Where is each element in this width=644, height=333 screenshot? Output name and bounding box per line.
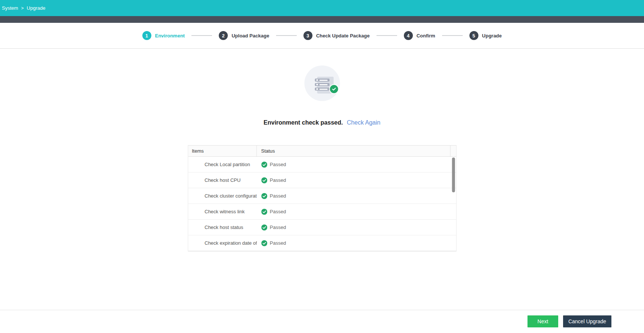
check-again-link[interactable]: Check Again [347, 119, 381, 126]
status-label: Passed [270, 162, 286, 167]
table-row: Check expiration date of... Passed [188, 235, 456, 251]
next-button[interactable]: Next [527, 315, 558, 327]
result-headline: Environment check passed. Check Again [0, 119, 644, 126]
check-circle-icon [261, 193, 267, 199]
check-item-label: Check Local partition [188, 162, 257, 167]
status-cell: Passed [257, 162, 456, 168]
table-scrollbar[interactable] [452, 158, 455, 192]
step-number-badge: 1 [142, 31, 151, 40]
step-label: Check Update Package [316, 33, 370, 39]
success-check-badge-icon [329, 84, 339, 94]
column-header-items: Items [188, 146, 257, 156]
step-environment: 1 Environment [142, 31, 185, 40]
table-row: Check cluster configurat... Passed [188, 188, 456, 204]
check-item-label: Check witness link [188, 209, 257, 214]
check-circle-icon [261, 240, 267, 246]
upgrade-wizard-screen: System > Upgrade 1 Environment 2 Upload … [0, 0, 644, 333]
check-circle-icon [261, 209, 267, 215]
server-icon-bars [315, 79, 329, 92]
check-circle-icon [261, 177, 267, 183]
cancel-upgrade-button[interactable]: Cancel Upgrade [563, 315, 611, 327]
step-connector [191, 35, 212, 36]
status-label: Passed [270, 193, 286, 199]
top-bar: System > Upgrade [0, 0, 644, 16]
check-item-label: Check host CPU [188, 177, 257, 183]
check-item-label: Check host status [188, 224, 257, 230]
column-header-status: Status [257, 146, 450, 156]
sub-header-bar [0, 16, 644, 23]
step-label: Environment [155, 33, 185, 39]
footer-actions: Next Cancel Upgrade [527, 315, 611, 327]
step-number-badge: 4 [404, 31, 413, 40]
step-connector [276, 35, 297, 36]
step-number-badge: 3 [303, 31, 312, 40]
step-upload-package: 2 Upload Package [219, 31, 269, 40]
status-label: Passed [270, 177, 286, 183]
status-cell: Passed [257, 240, 456, 246]
status-cell: Passed [257, 209, 456, 215]
column-header-scroll-spacer [450, 146, 456, 156]
table-header: Items Status [188, 146, 456, 157]
step-number-badge: 2 [219, 31, 228, 40]
step-check-update-package: 3 Check Update Package [303, 31, 370, 40]
server-check-icon [304, 65, 340, 101]
check-item-label: Check cluster configurat... [188, 193, 257, 199]
table-row: Check host status Passed [188, 220, 456, 235]
step-upgrade: 5 Upgrade [469, 31, 502, 40]
table-body: Check Local partition Passed Check host … [188, 157, 456, 251]
step-confirm: 4 Confirm [404, 31, 435, 40]
table-row: Check Local partition Passed [188, 157, 456, 172]
status-label: Passed [270, 209, 286, 214]
environment-check-table: Items Status Check Local partition Passe… [188, 145, 456, 251]
status-cell: Passed [257, 224, 456, 230]
breadcrumb: System > Upgrade [2, 5, 45, 11]
status-cell: Passed [257, 193, 456, 199]
breadcrumb-system[interactable]: System [2, 5, 18, 11]
step-label: Confirm [417, 33, 435, 39]
step-connector [442, 35, 463, 36]
table-row: Check witness link Passed [188, 204, 456, 220]
step-label: Upgrade [482, 33, 502, 39]
wizard-stepper: 1 Environment 2 Upload Package 3 Check U… [0, 23, 644, 49]
check-circle-icon [261, 224, 267, 230]
step-label: Upload Package [232, 33, 269, 39]
breadcrumb-separator: > [21, 6, 24, 11]
status-cell: Passed [257, 177, 456, 183]
status-label: Passed [270, 224, 286, 230]
breadcrumb-upgrade: Upgrade [27, 5, 45, 11]
check-circle-icon [261, 162, 267, 168]
step-connector [377, 35, 397, 36]
check-item-label: Check expiration date of... [188, 240, 257, 246]
status-label: Passed [270, 240, 286, 246]
footer-divider [0, 310, 644, 310]
step-number-badge: 5 [469, 31, 478, 40]
table-row: Check host CPU Passed [188, 172, 456, 188]
result-message: Environment check passed. [264, 119, 343, 126]
